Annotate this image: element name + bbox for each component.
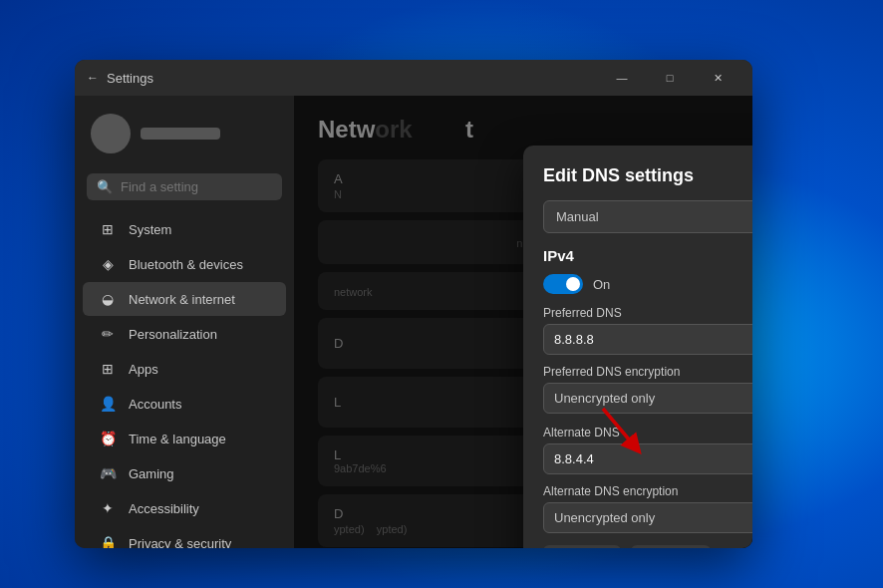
avatar [91,114,131,153]
sidebar-item-label: Accounts [129,397,181,412]
dialog-title: Edit DNS settings [543,165,752,186]
main-content: Network t A N Edit n you're connected to… [294,96,752,548]
sidebar-item-label: Accessibility [129,501,199,516]
ipv4-toggle-label: On [593,277,610,292]
sidebar-item-system[interactable]: ⊞ System [83,212,286,246]
preferred-dns-label: Preferred DNS [543,306,752,320]
sidebar-item-label: Gaming [129,466,174,481]
mode-dropdown[interactable]: Manual ▾ [543,200,752,233]
red-arrow-indicator [593,399,653,458]
search-icon: 🔍 [97,179,113,194]
sidebar-item-label: Network & internet [129,292,235,307]
settings-body: 🔍 ⊞ System ◈ Bluetooth & devices ◒ Netwo… [75,96,752,548]
sidebar-item-apps[interactable]: ⊞ Apps [83,352,286,386]
privacy-icon: 🔒 [99,534,117,548]
ipv4-toggle-row: On [543,274,752,294]
sidebar-item-bluetooth[interactable]: ◈ Bluetooth & devices [83,247,286,281]
ipv4-header: IPv4 [543,247,752,264]
save-button[interactable]: Save [543,545,621,548]
bluetooth-icon: ◈ [99,255,117,273]
back-button[interactable]: ← [87,71,99,85]
alternate-encryption-value: Unencrypted only [554,510,655,525]
sidebar: 🔍 ⊞ System ◈ Bluetooth & devices ◒ Netwo… [75,96,294,548]
sidebar-item-privacy[interactable]: 🔒 Privacy & security [83,526,286,548]
sidebar-item-label: Personalization [129,327,217,342]
search-input[interactable] [121,179,272,194]
close-button[interactable]: ✕ [695,60,740,96]
personalization-icon: ✏ [99,325,117,343]
alternate-encryption-label: Alternate DNS encryption [543,484,752,498]
ipv4-toggle[interactable] [543,274,583,294]
sidebar-item-label: Bluetooth & devices [129,257,243,272]
maximize-button[interactable]: □ [647,60,693,96]
system-icon: ⊞ [99,220,117,238]
sidebar-item-personalization[interactable]: ✏ Personalization [83,317,286,351]
sidebar-item-time[interactable]: ⏰ Time & language [83,422,286,455]
accounts-icon: 👤 [99,395,117,413]
minimize-button[interactable]: — [599,60,645,96]
gaming-icon: 🎮 [99,464,117,482]
sidebar-item-accessibility[interactable]: ✦ Accessibility [83,491,286,525]
window-controls: — □ ✕ [599,60,740,96]
cancel-button[interactable]: Cancel [631,545,711,548]
window-title: Settings [107,71,153,86]
sidebar-item-label: Apps [129,362,158,377]
preferred-dns-input[interactable] [543,324,752,355]
apps-icon: ⊞ [99,360,117,378]
preferred-encryption-label: Preferred DNS encryption [543,365,752,379]
time-icon: ⏰ [99,430,117,447]
search-box[interactable]: 🔍 [87,173,282,200]
edit-dns-dialog: Edit DNS settings Manual ▾ IPv4 On Prefe… [523,146,752,548]
ipv4-toggle-thumb [566,277,580,291]
network-icon: ◒ [99,290,117,308]
sidebar-item-label: System [129,222,171,237]
sidebar-item-network[interactable]: ◒ Network & internet [83,282,286,316]
alternate-encryption-dropdown[interactable]: Unencrypted only ▾ [543,502,752,533]
user-name [141,128,220,140]
title-bar: ← Settings — □ ✕ [75,60,752,96]
mode-dropdown-value: Manual [556,209,599,224]
dialog-footer: Save Cancel [543,545,752,548]
sidebar-item-gaming[interactable]: 🎮 Gaming [83,456,286,490]
sidebar-item-accounts[interactable]: 👤 Accounts [83,387,286,421]
sidebar-item-label: Privacy & security [129,536,231,549]
accessibility-icon: ✦ [99,499,117,517]
sidebar-item-label: Time & language [129,432,226,446]
settings-window: ← Settings — □ ✕ 🔍 ⊞ System ◈ Bl [75,60,752,548]
user-profile[interactable] [75,104,294,169]
svg-line-1 [603,409,635,446]
